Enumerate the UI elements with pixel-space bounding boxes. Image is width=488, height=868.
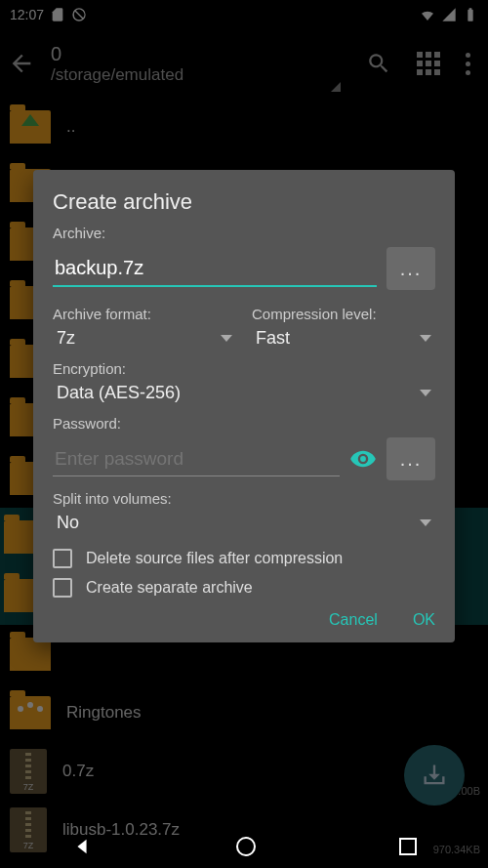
nav-home-icon[interactable] <box>236 837 256 856</box>
nav-back-icon[interactable] <box>71 836 93 857</box>
level-label: Compression level: <box>252 306 435 322</box>
split-value: No <box>57 513 79 533</box>
separate-archive-row[interactable]: Create separate archive <box>53 578 435 598</box>
level-select[interactable]: Fast <box>252 322 435 354</box>
separate-archive-label: Create separate archive <box>86 579 253 597</box>
delete-source-row[interactable]: Delete source files after compression <box>53 549 435 568</box>
separate-archive-checkbox[interactable] <box>53 578 72 598</box>
split-label: Split into volumes: <box>53 490 435 507</box>
password-options-button[interactable]: ... <box>386 437 435 480</box>
dialog-title: Create archive <box>53 189 435 215</box>
navigation-bar <box>0 825 488 868</box>
chevron-down-icon <box>221 335 232 342</box>
encryption-value: Data (AES-256) <box>57 383 181 403</box>
level-value: Fast <box>256 328 290 349</box>
chevron-down-icon <box>420 335 431 342</box>
password-label: Password: <box>53 415 435 432</box>
cancel-button[interactable]: Cancel <box>329 611 378 629</box>
archive-label: Archive: <box>53 225 435 241</box>
create-archive-dialog: Create archive Archive: ... Archive form… <box>33 170 455 642</box>
split-select[interactable]: No <box>53 507 435 539</box>
nav-recent-icon[interactable] <box>399 838 417 855</box>
format-label: Archive format: <box>53 306 236 322</box>
visibility-icon[interactable] <box>349 445 377 473</box>
encryption-select[interactable]: Data (AES-256) <box>53 377 435 409</box>
delete-source-label: Delete source files after compression <box>86 550 343 567</box>
encryption-label: Encryption: <box>53 360 435 377</box>
format-value: 7z <box>57 328 75 349</box>
browse-button[interactable]: ... <box>386 247 435 290</box>
archive-name-input[interactable] <box>53 251 377 287</box>
password-input[interactable] <box>53 442 340 476</box>
chevron-down-icon <box>420 390 431 396</box>
chevron-down-icon <box>420 519 431 526</box>
ok-button[interactable]: OK <box>413 611 435 629</box>
delete-source-checkbox[interactable] <box>53 549 72 568</box>
format-select[interactable]: 7z <box>53 322 236 354</box>
